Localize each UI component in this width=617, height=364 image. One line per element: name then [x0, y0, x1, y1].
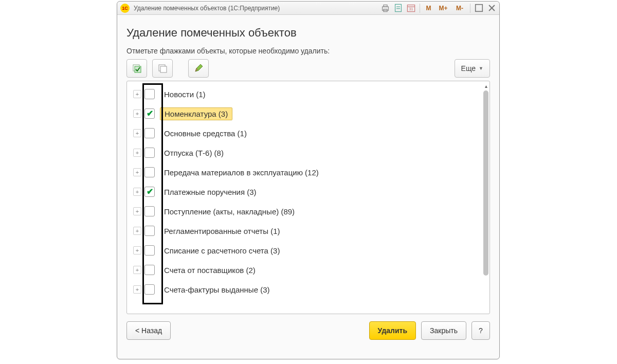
close-button[interactable]: Закрыть — [421, 321, 466, 340]
list-item[interactable]: +Основные средства (1) — [133, 123, 489, 143]
close-icon[interactable] — [486, 3, 497, 13]
svg-rect-15 — [160, 66, 167, 72]
memory-mplus-button[interactable]: M+ — [436, 3, 450, 13]
item-checkbox[interactable] — [144, 284, 155, 295]
instruction-text: Отметьте флажками объекты, которые необх… — [126, 47, 490, 55]
list-item[interactable]: +Счета-фактуры выданные (3) — [133, 280, 489, 299]
expand-icon[interactable]: + — [133, 90, 141, 98]
item-checkbox[interactable] — [144, 148, 155, 158]
item-label: Номенклатура (3) — [160, 107, 232, 120]
item-label: Платежные поручения (3) — [160, 186, 261, 198]
expand-icon[interactable]: + — [133, 188, 141, 196]
svg-rect-3 — [395, 4, 402, 11]
expand-icon[interactable]: + — [133, 129, 141, 137]
item-label: Регламентированные отчеты (1) — [160, 225, 284, 237]
item-checkbox[interactable] — [144, 245, 155, 256]
item-checkbox[interactable] — [144, 167, 155, 177]
help-button[interactable]: ? — [471, 321, 490, 340]
footer: < Назад Удалить Закрыть ? — [126, 321, 490, 340]
calculator-icon[interactable] — [393, 3, 404, 13]
scrollbar[interactable]: ▴ — [483, 83, 488, 312]
expand-icon[interactable]: + — [133, 149, 141, 157]
item-label: Отпуска (Т-6) (8) — [160, 147, 228, 159]
uncheck-all-button[interactable] — [152, 59, 173, 78]
item-checkbox[interactable] — [144, 187, 155, 197]
page-title: Удаление помеченных объектов — [126, 26, 490, 40]
edit-button[interactable] — [188, 59, 209, 78]
item-label: Новости (1) — [160, 88, 210, 100]
scroll-up-icon[interactable]: ▴ — [483, 83, 488, 88]
item-checkbox[interactable] — [144, 226, 155, 236]
expand-icon[interactable]: + — [133, 110, 141, 118]
item-checkbox[interactable] — [144, 265, 155, 275]
window-title: Удаление помеченных объектов (1С:Предпри… — [134, 5, 280, 12]
item-label: Передача материалов в эксплуатацию (12) — [160, 167, 323, 178]
check-all-button[interactable] — [126, 59, 147, 78]
expand-icon[interactable]: + — [133, 246, 141, 254]
back-button[interactable]: < Назад — [126, 321, 171, 340]
svg-text:31: 31 — [409, 7, 413, 11]
svg-rect-1 — [384, 5, 387, 7]
list-item[interactable]: +Списание с расчетного счета (3) — [133, 241, 489, 260]
expand-icon[interactable]: + — [133, 227, 141, 235]
svg-rect-9 — [476, 5, 483, 12]
titlebar: 1C Удаление помеченных объектов (1С:Пред… — [117, 2, 499, 15]
app-logo-icon: 1C — [120, 4, 130, 13]
item-label: Списание с расчетного счета (3) — [160, 245, 284, 257]
item-checkbox[interactable] — [144, 108, 155, 119]
dialog-window: 1C Удаление помеченных объектов (1С:Пред… — [117, 1, 500, 359]
chevron-down-icon: ▼ — [479, 66, 483, 71]
list-item[interactable]: +Регламентированные отчеты (1) — [133, 221, 489, 241]
expand-icon[interactable]: + — [133, 168, 141, 176]
expand-icon[interactable]: + — [133, 266, 141, 274]
maximize-icon[interactable] — [474, 3, 484, 13]
list-item[interactable]: +Счета от поставщиков (2) — [133, 260, 489, 280]
list-item[interactable]: +Платежные поручения (3) — [133, 182, 489, 202]
expand-icon[interactable]: + — [133, 207, 141, 215]
item-checkbox[interactable] — [144, 128, 155, 138]
list-item[interactable]: +Поступление (акты, накладные) (89) — [133, 202, 489, 221]
toolbar: Еще ▼ — [126, 59, 490, 78]
list-item[interactable]: +Передача материалов в эксплуатацию (12) — [133, 162, 489, 182]
list-item[interactable]: +Новости (1) — [133, 84, 489, 104]
item-checkbox[interactable] — [144, 89, 155, 99]
list-item[interactable]: +Отпуска (Т-6) (8) — [133, 143, 489, 162]
memory-mminus-button[interactable]: M- — [452, 3, 467, 13]
delete-button[interactable]: Удалить — [369, 321, 416, 340]
memory-m-button[interactable]: M — [423, 3, 434, 13]
object-list: +Новости (1)+Номенклатура (3)+Основные с… — [126, 81, 490, 314]
item-label: Поступление (акты, накладные) (89) — [160, 206, 299, 217]
item-label: Счета-фактуры выданные (3) — [160, 284, 274, 296]
print-icon[interactable] — [380, 3, 391, 13]
item-checkbox[interactable] — [144, 206, 155, 216]
list-item[interactable]: +Номенклатура (3) — [133, 104, 489, 123]
item-label: Счета от поставщиков (2) — [160, 264, 260, 276]
more-menu-label: Еще — [461, 64, 476, 72]
more-menu-button[interactable]: Еще ▼ — [455, 59, 490, 78]
calendar-icon[interactable]: 31 — [406, 3, 416, 13]
item-label: Основные средства (1) — [160, 128, 251, 139]
scrollbar-thumb[interactable] — [483, 90, 488, 276]
expand-icon[interactable]: + — [133, 285, 141, 294]
